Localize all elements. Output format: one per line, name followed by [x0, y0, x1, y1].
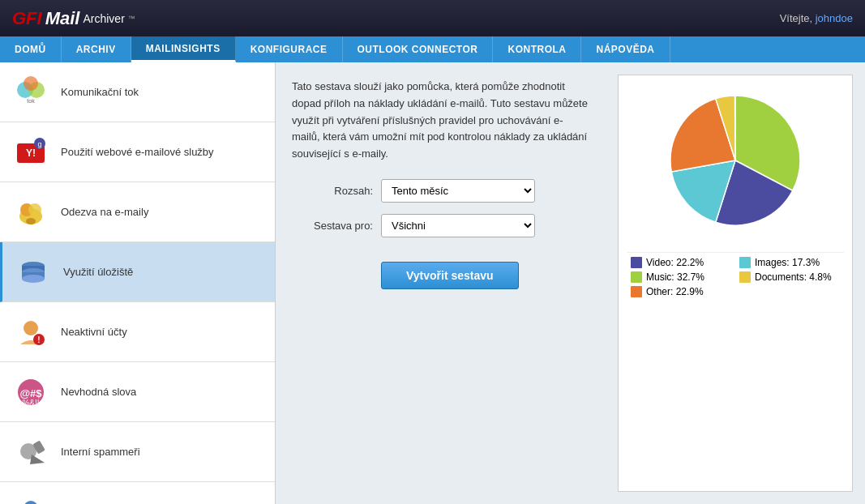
logo-gfi: GFI	[12, 8, 42, 29]
chart-panel: Video: 22.2% Images: 17.3% Music: 32.7% …	[618, 75, 853, 492]
nav-item-napoveda[interactable]: Nápověda	[581, 36, 670, 62]
sidebar-item-neaktivni-ucty[interactable]: ! Neaktivní účty	[0, 302, 275, 362]
sidebar-item-aktivita-mimo[interactable]: Aktivita mimo pracovní dobu	[0, 482, 275, 504]
legend-images: Images: 17.3%	[739, 257, 840, 268]
page-description: Tato sestava slouží jako pomůcka, která …	[292, 79, 589, 163]
sidebar-label-odezva: Odezva na e-maily	[61, 206, 148, 218]
legend-dot-other	[631, 286, 642, 297]
svg-text:!: !	[37, 335, 40, 344]
header: GFI MailArchiver™ Vítejte, johndoe	[0, 0, 865, 36]
sidebar-item-interni-spammeri[interactable]: Interní spammeři	[0, 422, 275, 482]
nav-item-mailinsights[interactable]: MailInsights	[131, 36, 236, 62]
pie-chart-container	[627, 83, 844, 246]
response-icon	[12, 194, 49, 230]
report-row: Sestava pro: Všichni	[292, 214, 589, 237]
legend-dot-images	[739, 257, 751, 268]
webmail-icon: Y! g	[12, 134, 49, 170]
svg-point-10	[28, 203, 41, 216]
sidebar-item-odezva-na-emaily[interactable]: Odezva na e-maily	[0, 182, 275, 242]
main-layout: tok Komunikační tok Y! g Použití webové …	[0, 62, 865, 504]
svg-text:tok: tok	[27, 98, 35, 104]
inactive-icon: !	[12, 314, 49, 350]
nav-item-domu[interactable]: Domů	[0, 36, 62, 62]
nav-item-kontrola[interactable]: Kontrola	[493, 36, 581, 62]
legend-dot-music	[631, 271, 642, 283]
spam-icon	[12, 434, 49, 470]
main-nav: Domů Archiv MailInsights Konfigurace Out…	[0, 36, 865, 62]
legend-dot-video	[631, 257, 642, 268]
range-select[interactable]: Tento měsíc Minulý měsíc Tento rok Minul…	[381, 179, 535, 203]
nav-item-outlook-connector[interactable]: Outlook Connector	[343, 36, 494, 62]
svg-point-16	[22, 275, 45, 283]
chart-legend: Video: 22.2% Images: 17.3% Music: 32.7% …	[627, 252, 844, 301]
sidebar-item-nevhodna-slova[interactable]: @#$ %&!! Nevhodná slova	[0, 362, 275, 422]
sidebar-label-komunikacni-tok: Komunikační tok	[61, 86, 139, 98]
nav-item-archiv[interactable]: Archiv	[62, 36, 131, 62]
sidebar-label-vyuziti: Využití úložiště	[63, 266, 133, 278]
legend-label-documents: Documents: 4.8%	[755, 271, 832, 283]
range-row: Rozsah: Tento měsíc Minulý měsíc Tento r…	[292, 179, 589, 203]
svg-point-17	[24, 321, 38, 335]
logo-archiver: Archiver	[83, 12, 124, 25]
legend-label-music: Music: 32.7%	[646, 271, 704, 283]
create-button[interactable]: Vytvořit sestavu	[381, 262, 519, 289]
logo-mail: Mail	[45, 8, 80, 29]
sidebar-label-nevhodna: Nevhodná slova	[61, 386, 136, 398]
inappropriate-icon: @#$ %&!!	[12, 374, 49, 410]
create-button-row: Vytvořit sestavu	[292, 254, 589, 289]
sidebar-item-vyuziti-uloziste[interactable]: Využití úložiště	[0, 242, 275, 302]
sidebar: tok Komunikační tok Y! g Použití webové …	[0, 62, 276, 504]
svg-text:g: g	[37, 140, 41, 148]
pie-chart	[654, 88, 816, 241]
svg-point-2	[24, 76, 38, 91]
storage-icon	[15, 254, 51, 290]
legend-dot-documents	[739, 271, 751, 283]
legend-label-video: Video: 22.2%	[646, 257, 704, 268]
legend-label-other: Other: 22.9%	[646, 286, 704, 297]
header-user: Vítejte, johndoe	[780, 12, 853, 24]
legend-documents: Documents: 4.8%	[739, 271, 840, 283]
range-label: Rozsah:	[292, 185, 373, 197]
sidebar-label-neaktivni: Neaktivní účty	[61, 326, 127, 338]
communication-icon: tok	[12, 74, 49, 110]
report-label: Sestava pro:	[292, 220, 373, 232]
sidebar-label-spammeri: Interní spammeři	[61, 446, 140, 458]
logo-tm: ™	[128, 15, 135, 23]
svg-point-11	[26, 218, 36, 224]
legend-video: Video: 22.2%	[631, 257, 731, 268]
sidebar-label-pouziti-webove: Použití webové e-mailové služby	[61, 146, 214, 158]
welcome-text: Vítejte,	[780, 12, 812, 24]
svg-text:Y!: Y!	[26, 147, 36, 159]
content-area: Tato sestava slouží jako pomůcka, která …	[276, 62, 606, 504]
svg-marker-25	[30, 455, 45, 464]
report-select[interactable]: Všichni	[381, 214, 535, 237]
sidebar-item-komunikacni-tok[interactable]: tok Komunikační tok	[0, 62, 275, 122]
offhours-icon	[12, 493, 49, 504]
legend-music: Music: 32.7%	[631, 271, 731, 283]
svg-text:%&!!: %&!!	[22, 399, 39, 408]
svg-point-28	[24, 501, 38, 505]
svg-text:@#$: @#$	[19, 387, 42, 399]
nav-item-konfigurace[interactable]: Konfigurace	[236, 36, 343, 62]
username-link[interactable]: johndoe	[816, 12, 853, 24]
legend-label-images: Images: 17.3%	[755, 257, 820, 268]
sidebar-item-pouziti-webove[interactable]: Y! g Použití webové e-mailové služby	[0, 122, 275, 182]
logo: GFI MailArchiver™	[12, 8, 135, 29]
legend-other: Other: 22.9%	[631, 286, 731, 297]
